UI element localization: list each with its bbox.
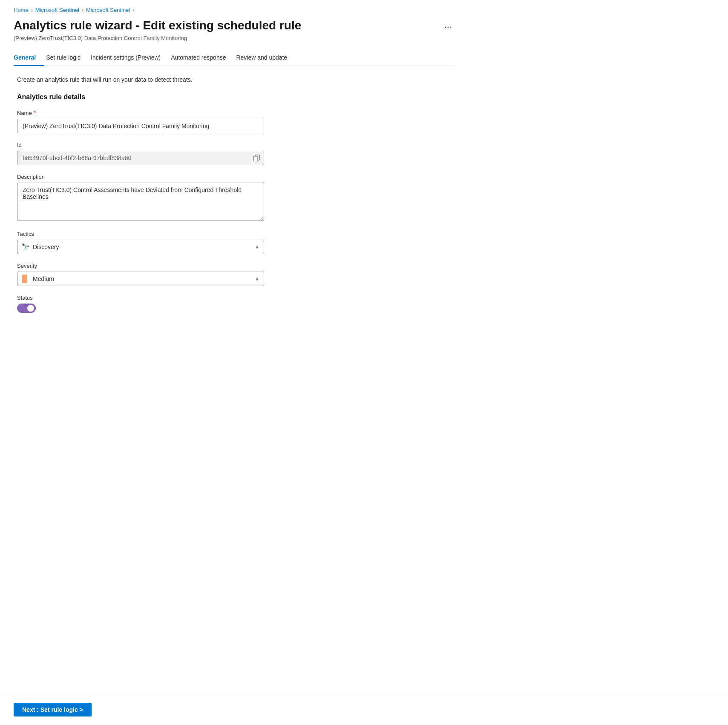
copy-id-button[interactable] bbox=[253, 155, 260, 161]
breadcrumb-home[interactable]: Home bbox=[14, 7, 29, 13]
toggle-thumb bbox=[27, 305, 34, 312]
breadcrumb-sep-3: › bbox=[132, 7, 134, 13]
tactics-label: Tactics bbox=[17, 231, 452, 237]
content-area: Create an analytics rule that will run o… bbox=[14, 76, 455, 313]
tab-incident-settings[interactable]: Incident settings (Preview) bbox=[89, 50, 169, 66]
page-header: Analytics rule wizard - Edit existing sc… bbox=[14, 18, 455, 33]
name-input[interactable] bbox=[17, 119, 264, 133]
status-toggle-area bbox=[17, 304, 452, 313]
tab-review-update[interactable]: Review and update bbox=[234, 50, 296, 66]
footer-bar: Next : Set rule logic > bbox=[0, 694, 728, 725]
intro-text: Create an analytics rule that will run o… bbox=[17, 76, 452, 83]
svg-rect-1 bbox=[253, 156, 258, 161]
description-input[interactable] bbox=[17, 183, 264, 221]
status-toggle[interactable] bbox=[17, 304, 36, 313]
name-required-star: * bbox=[34, 109, 36, 116]
tabs-bar: General Set rule logic Incident settings… bbox=[14, 50, 455, 66]
status-label: Status bbox=[17, 295, 452, 301]
severity-field: Severity High Medium Low Informational ∨ bbox=[17, 263, 452, 286]
breadcrumb: Home › Microsoft Sentinel › Microsoft Se… bbox=[14, 7, 455, 13]
tab-general[interactable]: General bbox=[14, 50, 44, 66]
page-title: Analytics rule wizard - Edit existing sc… bbox=[14, 18, 301, 33]
name-field: Name * bbox=[17, 109, 452, 133]
description-field: Description bbox=[17, 174, 452, 222]
breadcrumb-sep-2: › bbox=[82, 7, 83, 13]
tactics-dropdown-wrapper: 🔭 Discovery Collection Command and Contr… bbox=[17, 240, 264, 254]
id-input-wrapper bbox=[17, 151, 264, 165]
description-label: Description bbox=[17, 174, 452, 180]
tab-set-rule-logic[interactable]: Set rule logic bbox=[44, 50, 89, 66]
severity-label: Severity bbox=[17, 263, 452, 269]
name-label: Name * bbox=[17, 109, 452, 116]
severity-dropdown-wrapper: High Medium Low Informational ∨ bbox=[17, 272, 264, 286]
breadcrumb-sentinel-2[interactable]: Microsoft Sentinel bbox=[86, 7, 130, 13]
tactics-field: Tactics 🔭 Discovery Collection Command a… bbox=[17, 231, 452, 254]
more-options-button[interactable]: ··· bbox=[441, 20, 455, 33]
section-title: Analytics rule details bbox=[17, 93, 452, 101]
id-label: Id bbox=[17, 142, 452, 148]
breadcrumb-sep-1: › bbox=[31, 7, 33, 13]
status-field: Status bbox=[17, 295, 452, 313]
tactics-select[interactable]: Discovery Collection Command and Control… bbox=[17, 240, 264, 254]
id-field: Id bbox=[17, 142, 452, 165]
breadcrumb-sentinel-1[interactable]: Microsoft Sentinel bbox=[35, 7, 79, 13]
next-button[interactable]: Next : Set rule logic > bbox=[14, 703, 92, 716]
severity-select[interactable]: High Medium Low Informational bbox=[17, 272, 264, 286]
id-input bbox=[17, 151, 264, 165]
tab-automated-response[interactable]: Automated response bbox=[169, 50, 234, 66]
page-subtitle: (Preview) ZeroTrust(TIC3.0) Data Protect… bbox=[14, 35, 455, 41]
